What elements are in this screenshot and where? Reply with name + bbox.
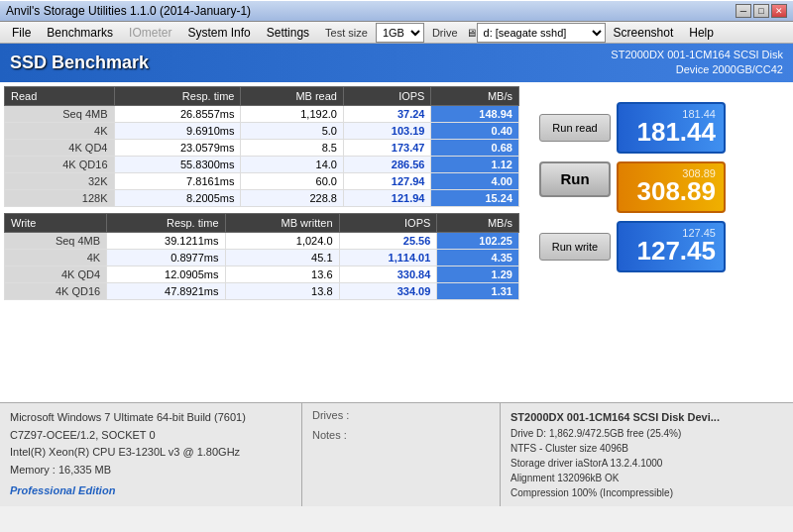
table-row: 4K QD4 12.0905ms 13.6 330.84 1.29 [5,266,519,282]
pro-edition: Professional Edition [10,482,291,500]
menu-benchmarks[interactable]: Benchmarks [39,22,121,43]
close-button[interactable]: ✕ [771,4,787,18]
table-row: 4K QD16 55.8300ms 14.0 286.56 1.12 [5,156,519,172]
table-row: 4K 9.6910ms 5.0 103.19 0.40 [5,122,519,139]
read-score-block: Run read 181.44 181.44 [539,102,726,154]
table-area: Read Resp. time MB read IOPS MB/s Seq 4M… [0,82,535,402]
content-area: Read Resp. time MB read IOPS MB/s Seq 4M… [0,82,793,402]
total-score-block: Run 308.89 308.89 [539,161,726,213]
read-score-display: 181.44 181.44 [617,102,726,154]
mbs-header: MB/s [431,86,519,105]
sys-line3: Intel(R) Xeon(R) CPU E3-1230L v3 @ 1.80G… [10,444,291,462]
mb-read-header: MB read [241,86,344,105]
storage-driver: Storage driver iaStorA 13.2.4.1000 [510,456,783,471]
menu-file[interactable]: File [4,22,39,43]
resp-time-header: Resp. time [114,86,241,105]
iops-header2: IOPS [339,213,437,232]
benchmark-header: SSD Benchmark ST2000DX 001-1CM164 SCSI D… [0,44,793,82]
read-score-small: 181.44 [682,108,716,120]
menu-help[interactable]: Help [681,22,722,43]
total-score-display: 308.89 308.89 [617,161,726,213]
title-bar-controls: ─ □ ✕ [736,4,787,18]
title-bar-text: Anvil's Storage Utilities 1.1.0 (2014-Ja… [6,4,251,18]
table-row: Seq 4MB 26.8557ms 1,192.0 37.24 148.94 [5,105,519,122]
minimize-button[interactable]: ─ [736,4,751,18]
device-line1: ST2000DX 001-1CM164 SCSI Disk [611,48,783,62]
bottom-area: Microsoft Windows 7 Ultimate 64-bit Buil… [0,402,793,506]
read-col-header: Read [5,86,115,105]
title-bar: Anvil's Storage Utilities 1.1.0 (2014-Ja… [0,0,793,22]
bottom-center: Drives : Notes : [302,403,501,506]
toolbar-drive-label: Drive [424,22,466,43]
notes-label: Notes : [312,429,490,441]
write-score-large: 127.45 [636,238,716,264]
toolbar-testsize-label: Test size [317,22,376,43]
write-col-header: Write [5,213,107,232]
table-row: 4K QD16 47.8921ms 13.8 334.09 1.31 [5,282,519,299]
sys-line1: Microsoft Windows 7 Ultimate 64-bit Buil… [10,409,291,427]
device-info: ST2000DX 001-1CM164 SCSI Disk Device 200… [611,48,783,78]
benchmark-title: SSD Benchmark [10,53,149,73]
write-table: Write Resp. time MB written IOPS MB/s Se… [4,213,519,300]
drive-info: Drive D: 1,862.9/472.5GB free (25.4%) [510,426,783,441]
menu-sysinfo[interactable]: System Info [179,22,258,43]
read-score-large: 181.44 [636,119,716,145]
test-size-select[interactable]: 1GB 4GB [376,23,424,43]
write-score-display: 127.45 127.45 [617,221,726,272]
menu-settings[interactable]: Settings [259,22,317,43]
menu-iometer[interactable]: IOmeter [121,22,179,43]
run-read-button[interactable]: Run read [539,114,611,142]
drive-select[interactable]: d: [seagate sshd] [477,23,606,43]
read-table: Read Resp. time MB read IOPS MB/s Seq 4M… [4,86,519,207]
menu-screenshot[interactable]: Screenshot [606,22,682,43]
table-row: 32K 7.8161ms 60.0 127.94 4.00 [5,172,519,189]
mbs-header2: MB/s [437,213,519,232]
menu-bar: File Benchmarks IOmeter System Info Sett… [0,22,793,44]
total-score-large: 308.89 [636,178,716,204]
ntfs-info: NTFS - Cluster size 4096B [510,441,783,456]
bottom-right: ST2000DX 001-1CM164 SCSI Disk Devi... Dr… [501,403,793,506]
sys-line4: Memory : 16,335 MB [10,462,291,479]
write-score-small: 127.45 [682,227,716,239]
table-row: 4K 0.8977ms 45.1 1,114.01 4.35 [5,249,519,266]
compression: Compression 100% (Incompressible) [510,485,783,500]
alignment: Alignment 132096kB OK [510,471,783,485]
iops-header: IOPS [343,86,431,105]
mb-written-header: MB written [225,213,339,232]
table-row: Seq 4MB 39.1211ms 1,024.0 25.56 102.25 [5,232,519,249]
resp-time-header2: Resp. time [107,213,225,232]
run-write-button[interactable]: Run write [539,233,611,261]
write-score-block: Run write 127.45 127.45 [539,221,726,272]
maximize-button[interactable]: □ [753,4,769,18]
run-button[interactable]: Run [539,161,611,197]
drives-label: Drives : [312,409,490,421]
table-row: 128K 8.2005ms 228.8 121.94 15.24 [5,189,519,206]
bottom-left: Microsoft Windows 7 Ultimate 64-bit Buil… [0,403,302,506]
table-row: 4K QD4 23.0579ms 8.5 173.47 0.68 [5,139,519,156]
device-title: ST2000DX 001-1CM164 SCSI Disk Devi... [510,409,783,426]
sys-line2: C7Z97-OCEE/1.2, SOCKET 0 [10,427,291,445]
device-line2: Device 2000GB/CC42 [611,62,783,77]
total-score-small: 308.89 [682,167,716,179]
main-content: SSD Benchmark ST2000DX 001-1CM164 SCSI D… [0,44,793,506]
right-panel: Run read 181.44 181.44 Run 308.89 308.89… [535,82,793,402]
